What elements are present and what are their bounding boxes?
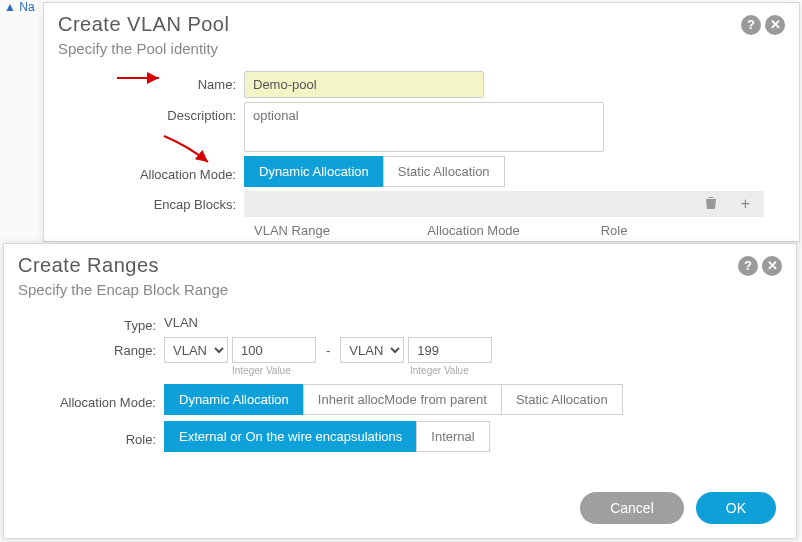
role-external-button[interactable]: External or On the wire encapsulations xyxy=(164,421,417,452)
ranges-alloc-dynamic-button[interactable]: Dynamic Allocation xyxy=(164,384,304,415)
name-input[interactable] xyxy=(244,71,484,98)
pool-subtitle: Specify the Pool identity xyxy=(44,40,799,67)
range-label: Range: xyxy=(4,337,164,358)
description-label: Description: xyxy=(44,102,244,123)
encap-headers: VLAN Range Allocation Mode Role xyxy=(244,217,764,244)
range-dash: - xyxy=(320,343,336,358)
description-input[interactable] xyxy=(244,102,604,152)
plus-icon[interactable]: + xyxy=(741,196,750,212)
col-alloc-mode: Allocation Mode xyxy=(417,223,590,238)
create-ranges-dialog: Create Ranges ? ✕ Specify the Encap Bloc… xyxy=(3,243,797,539)
alloc-mode-label: Allocation Mode: xyxy=(44,161,244,182)
type-label: Type: xyxy=(4,312,164,333)
ranges-alloc-mode-label: Allocation Mode: xyxy=(4,389,164,410)
help-icon[interactable]: ? xyxy=(738,256,758,276)
range-to-input[interactable] xyxy=(408,337,492,363)
ranges-alloc-mode-group: Dynamic Allocation Inherit allocMode fro… xyxy=(164,384,623,415)
name-label: Name: xyxy=(44,71,244,92)
range-to-type-select[interactable]: VLAN xyxy=(340,337,404,363)
ranges-subtitle: Specify the Encap Block Range xyxy=(4,281,796,308)
alloc-dynamic-button[interactable]: Dynamic Allocation xyxy=(244,156,384,187)
range-from-type-select[interactable]: VLAN xyxy=(164,337,228,363)
ok-button[interactable]: OK xyxy=(696,492,776,524)
bg-link: ▲ Na xyxy=(4,0,35,14)
close-icon[interactable]: ✕ xyxy=(765,15,785,35)
alloc-static-button[interactable]: Static Allocation xyxy=(383,156,505,187)
help-icon[interactable]: ? xyxy=(741,15,761,35)
trash-icon[interactable] xyxy=(705,196,717,213)
type-value: VLAN xyxy=(164,315,198,330)
close-icon[interactable]: ✕ xyxy=(762,256,782,276)
col-role: Role xyxy=(591,223,764,238)
dialog-footer: Cancel OK xyxy=(580,492,776,524)
role-label: Role: xyxy=(4,426,164,447)
int-label-to: Integer Value xyxy=(410,365,469,376)
int-label-from: Integer Value xyxy=(232,365,326,376)
create-vlan-pool-dialog: Create VLAN Pool ? ✕ Specify the Pool id… xyxy=(43,2,800,242)
alloc-mode-group: Dynamic Allocation Static Allocation xyxy=(244,156,505,187)
range-from-input[interactable] xyxy=(232,337,316,363)
role-internal-button[interactable]: Internal xyxy=(416,421,489,452)
col-vlan-range: VLAN Range xyxy=(244,223,417,238)
cancel-button[interactable]: Cancel xyxy=(580,492,684,524)
encap-toolbar: + xyxy=(244,191,764,217)
ranges-alloc-static-button[interactable]: Static Allocation xyxy=(501,384,623,415)
role-group: External or On the wire encapsulations I… xyxy=(164,421,490,452)
ranges-alloc-inherit-button[interactable]: Inherit allocMode from parent xyxy=(303,384,502,415)
ranges-title: Create Ranges xyxy=(18,254,159,277)
encap-blocks-label: Encap Blocks: xyxy=(44,191,244,212)
pool-title: Create VLAN Pool xyxy=(58,13,229,36)
